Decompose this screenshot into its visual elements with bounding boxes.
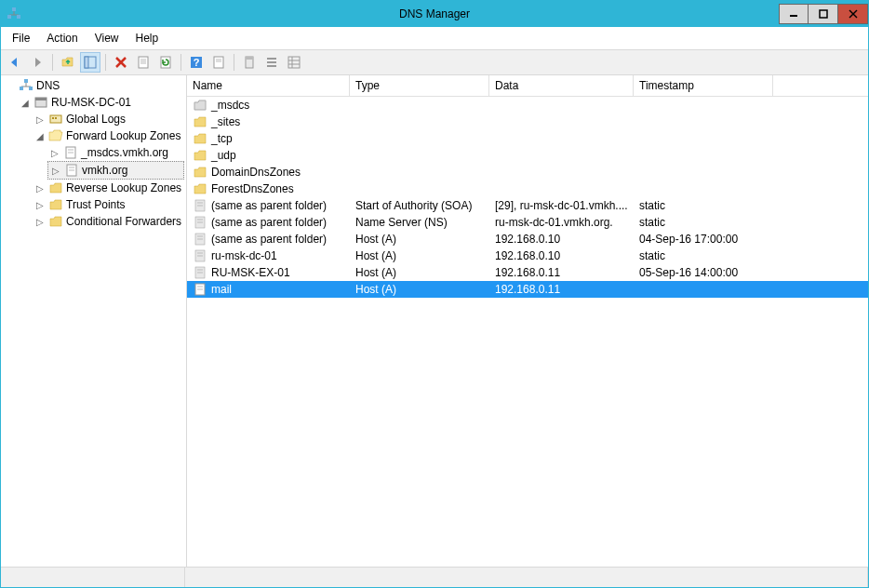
tree-global-logs[interactable]: ▷ Global Logs <box>33 111 184 127</box>
tree-zone-msdcs[interactable]: ▷ _msdcs.vmkh.org <box>47 144 184 161</box>
folder-icon <box>48 197 63 212</box>
cell-text: ru-msk-dc-01 <box>211 249 277 262</box>
list-item-record[interactable]: (same as parent folder) Host (A) 192.168… <box>187 231 868 247</box>
expand-icon[interactable]: ▷ <box>34 216 46 227</box>
expand-icon[interactable]: ▷ <box>50 165 61 176</box>
column-header-name[interactable]: Name <box>187 75 350 96</box>
list-item-folder[interactable]: _tcp <box>187 130 868 147</box>
toolbar: ? <box>1 49 868 75</box>
column-header-timestamp[interactable]: Timestamp <box>634 75 773 96</box>
column-header-data[interactable]: Data <box>489 75 634 96</box>
menu-view[interactable]: View <box>87 29 127 47</box>
cell-data: ru-msk-dc-01.vmkh.org. <box>489 215 634 230</box>
tree-panel[interactable]: DNS ◢ RU-MSK-DC-01 <box>1 75 187 567</box>
refresh-button[interactable] <box>155 52 176 73</box>
dns-root-icon <box>19 78 33 93</box>
folder-icon <box>48 214 63 229</box>
tree-label: DNS <box>36 79 60 92</box>
record-icon <box>193 265 207 280</box>
list-item-folder[interactable]: _msdcs <box>187 97 868 114</box>
minimize-button[interactable] <box>779 4 809 24</box>
cell-text: _sites <box>211 115 240 128</box>
new-record-button[interactable] <box>208 52 229 73</box>
tree-forward-lookup-zones[interactable]: ◢ Forward Lookup Zones <box>33 127 184 144</box>
toolbar-separator <box>234 54 234 71</box>
column-header-type[interactable]: Type <box>350 75 489 96</box>
cell-text: _msdcs <box>211 99 249 112</box>
close-button[interactable] <box>838 4 868 24</box>
svg-rect-32 <box>24 79 28 83</box>
properties-button[interactable] <box>133 52 154 73</box>
svg-rect-24 <box>246 57 253 60</box>
list-item-folder[interactable]: _udp <box>187 147 868 164</box>
delete-button[interactable] <box>111 52 131 73</box>
list-item-folder[interactable]: DomainDnsZones <box>187 164 868 180</box>
folder-gray-icon <box>193 98 207 113</box>
expand-icon[interactable]: ▷ <box>49 147 60 158</box>
folder-icon <box>193 181 207 196</box>
svg-rect-0 <box>12 7 16 11</box>
list-body[interactable]: _msdcs _sites _tcp _udp DomainDnsZones F… <box>187 97 868 567</box>
cell-timestamp: static <box>634 198 773 213</box>
titlebar: DNS Manager <box>1 1 868 27</box>
help-button[interactable]: ? <box>186 52 207 73</box>
tree-reverse-lookup-zones[interactable]: ▷ Reverse Lookup Zones <box>33 180 184 196</box>
expand-icon[interactable]: ▷ <box>34 199 46 210</box>
list-item-record[interactable]: (same as parent folder) Name Server (NS)… <box>187 214 868 231</box>
tree-label: vmkh.org <box>82 164 127 177</box>
status-left <box>1 568 185 587</box>
cell-timestamp: 04-Sep-16 17:00:00 <box>634 232 773 247</box>
tree-trust-points[interactable]: ▷ Trust Points <box>33 196 184 213</box>
expand-icon[interactable]: ▷ <box>34 114 46 125</box>
server-icon <box>33 95 48 110</box>
cell-data: 192.168.0.10 <box>489 248 634 263</box>
list-button[interactable] <box>261 52 282 73</box>
menu-file[interactable]: File <box>5 29 37 47</box>
window-controls <box>779 4 868 24</box>
toolbar-separator <box>105 54 106 71</box>
collapse-icon[interactable]: ◢ <box>20 97 31 108</box>
list-item-folder[interactable]: ForestDnsZones <box>187 180 868 197</box>
tree-conditional-forwarders[interactable]: ▷ Conditional Forwarders <box>33 213 184 230</box>
tree-zone-vmkh[interactable]: ▷ vmkh.org <box>47 161 184 180</box>
cell-data: [29], ru-msk-dc-01.vmkh.... <box>489 198 634 213</box>
filter-button[interactable] <box>239 52 260 73</box>
menubar: File Action View Help <box>1 27 868 49</box>
folder-icon <box>193 165 207 180</box>
svg-rect-4 <box>17 15 20 19</box>
menu-help[interactable]: Help <box>128 29 167 47</box>
svg-text:?: ? <box>194 57 200 68</box>
tree-label: Trust Points <box>66 198 126 211</box>
tree-root-dns[interactable]: DNS <box>3 77 184 94</box>
details-button[interactable] <box>284 52 304 73</box>
record-icon <box>193 232 207 247</box>
back-button[interactable] <box>5 52 25 73</box>
svg-rect-36 <box>29 87 33 90</box>
svg-rect-40 <box>52 117 54 119</box>
cell-type: Host (A) <box>350 282 489 297</box>
cell-text: _tcp <box>211 132 233 145</box>
list-item-record-selected[interactable]: mail Host (A) 192.168.0.11 <box>187 281 868 298</box>
expand-icon[interactable]: ▷ <box>34 182 46 194</box>
cell-text: ForestDnsZones <box>211 182 294 195</box>
collapse-icon[interactable]: ◢ <box>34 130 46 141</box>
list-item-record[interactable]: RU-MSK-EX-01 Host (A) 192.168.0.11 05-Se… <box>187 264 868 281</box>
list-item-folder[interactable]: _sites <box>187 114 868 130</box>
folder-icon <box>193 114 207 129</box>
cell-data: 192.168.0.11 <box>489 282 634 297</box>
forward-button[interactable] <box>27 52 47 73</box>
svg-rect-27 <box>267 65 276 67</box>
cell-timestamp: static <box>634 215 773 230</box>
statusbar <box>1 567 868 587</box>
logs-icon <box>48 112 63 127</box>
tree-server[interactable]: ◢ RU-MSK-DC-01 <box>18 94 184 111</box>
window-title: DNS Manager <box>1 7 868 20</box>
list-item-record[interactable]: (same as parent folder) Start of Authori… <box>187 197 868 214</box>
show-hide-tree-button[interactable] <box>80 52 100 73</box>
menu-action[interactable]: Action <box>39 29 85 47</box>
up-button[interactable] <box>58 52 78 73</box>
list-item-record[interactable]: ru-msk-dc-01 Host (A) 192.168.0.10 stati… <box>187 247 868 264</box>
expander-icon[interactable] <box>5 80 16 91</box>
record-icon <box>193 215 207 230</box>
maximize-button[interactable] <box>809 4 838 24</box>
